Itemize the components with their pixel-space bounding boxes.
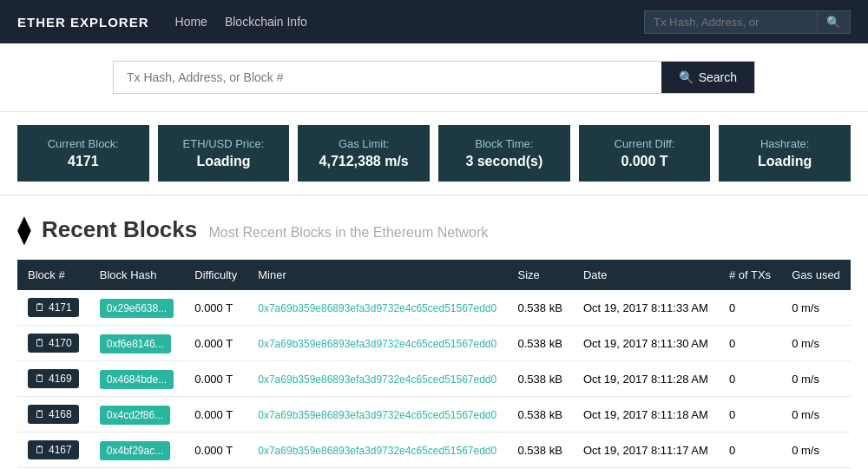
cell-date: Oct 19, 2017 8:11:33 AM [573,290,719,326]
stat-current-block-label: Current Block: [35,137,132,150]
cell-date: Oct 19, 2017 8:11:28 AM [573,361,719,397]
block-icon: 🗒 [35,408,45,420]
nav-search-button[interactable]: 🔍 [818,10,851,34]
cell-miner[interactable]: 0x7a69b359e86893efa3d9732e4c65ced51567ed… [247,361,507,397]
miner-link[interactable]: 0x7a69b359e86893efa3d9732e4c65ced51567ed… [258,338,496,350]
stat-hashrate: Hashrate: Loading [719,125,851,182]
section-title: Recent Blocks Most Recent Blocks in the … [42,216,488,243]
col-date: Date [573,260,719,290]
hero-search-input[interactable] [114,62,661,93]
stat-eth-price-value: Loading [175,154,273,169]
cell-difficulty: 0.000 T [184,361,247,397]
section-title-text: Recent Blocks [42,216,197,242]
cell-block-hash[interactable]: 0x4bf29ac... [89,433,185,468]
cell-block-num: 🗒 4169 [17,361,89,397]
cell-block-hash[interactable]: 0x4cd2f86... [89,397,185,433]
stats-section: Current Block: 4171 ETH/USD Price: Loadi… [0,112,868,195]
search-button-label: Search [699,70,737,84]
col-difficulty: Difficulty [184,260,247,290]
cell-miner[interactable]: 0x7a69b359e86893efa3d9732e4c65ced51567ed… [247,433,507,468]
stat-hashrate-value: Loading [736,154,833,169]
table-row: 🗒 4171 0x29e6638... 0.000 T 0x7a69b359e8… [17,290,851,326]
stat-current-block: Current Block: 4171 [17,125,149,182]
stat-eth-price: ETH/USD Price: Loading [158,125,290,182]
cell-difficulty: 0.000 T [184,326,247,361]
table-row: 🗒 4169 0x4684bde... 0.000 T 0x7a69b359e8… [17,361,851,397]
col-miner: Miner [247,260,507,290]
brand: ETHER EXPLORER [17,15,149,30]
cell-miner[interactable]: 0x7a69b359e86893efa3d9732e4c65ced51567ed… [247,290,507,326]
miner-link[interactable]: 0x7a69b359e86893efa3d9732e4c65ced51567ed… [258,302,496,314]
stat-hashrate-label: Hashrate: [736,137,833,150]
cell-size: 0.538 kB [508,433,573,468]
block-icon: 🗒 [35,337,45,349]
miner-link[interactable]: 0x7a69b359e86893efa3d9732e4c65ced51567ed… [258,373,496,386]
block-hash-badge[interactable]: 0xf6e8146... [100,334,171,353]
col-gas-used: Gas used [781,260,851,290]
cell-miner[interactable]: 0x7a69b359e86893efa3d9732e4c65ced51567ed… [247,397,507,433]
nav-home[interactable]: Home [175,15,207,29]
block-hash-badge[interactable]: 0x4bf29ac... [100,441,170,460]
block-num-badge[interactable]: 🗒 4168 [28,405,79,424]
blocks-table: Block # Block Hash Difficulty Miner Size… [17,260,851,468]
nav-links: Home Blockchain Info [175,15,644,29]
cell-difficulty: 0.000 T [184,433,247,468]
block-icon: 🗒 [35,444,45,456]
section-subtitle: Most Recent Blocks in the Ethereum Netwo… [208,225,488,240]
col-block-hash: Block Hash [89,260,185,290]
table-row: 🗒 4168 0x4cd2f86... 0.000 T 0x7a69b359e8… [17,397,851,433]
cell-block-hash[interactable]: 0xf6e8146... [89,326,185,361]
col-block-num: Block # [17,260,89,290]
section-header: ⧫ Recent Blocks Most Recent Blocks in th… [17,213,851,246]
cell-num-txs: 0 [719,433,781,468]
cell-size: 0.538 kB [508,361,573,397]
cell-num-txs: 0 [719,290,781,326]
cell-date: Oct 19, 2017 8:11:17 AM [573,433,719,468]
blocks-icon: ⧫ [17,213,31,246]
cell-difficulty: 0.000 T [184,290,247,326]
nav-search-input[interactable] [644,10,818,34]
block-hash-badge[interactable]: 0x4cd2f86... [100,406,170,425]
miner-link[interactable]: 0x7a69b359e86893efa3d9732e4c65ced51567ed… [258,409,496,421]
hero-search-button[interactable]: 🔍 Search [661,62,754,93]
cell-block-num: 🗒 4171 [17,290,89,326]
nav-search-area: 🔍 [644,10,851,34]
cell-size: 0.538 kB [508,397,573,433]
table-row: 🗒 4167 0x4bf29ac... 0.000 T 0x7a69b359e8… [17,433,851,468]
cell-num-txs: 0 [719,326,781,361]
search-icon: 🔍 [679,70,694,84]
table-header: Block # Block Hash Difficulty Miner Size… [17,260,851,290]
stat-block-time-label: Block Time: [456,137,553,150]
miner-link[interactable]: 0x7a69b359e86893efa3d9732e4c65ced51567ed… [258,445,496,457]
cell-date: Oct 19, 2017 8:11:30 AM [573,326,719,361]
cell-gas-used: 0 m/s [781,397,851,433]
nav-blockchain-info[interactable]: Blockchain Info [225,15,307,29]
cell-size: 0.538 kB [508,290,573,326]
block-num-badge[interactable]: 🗒 4169 [28,369,79,388]
block-hash-badge[interactable]: 0x29e6638... [100,299,174,318]
stat-block-time-value: 3 second(s) [456,154,553,169]
block-hash-badge[interactable]: 0x4684bde... [100,370,174,389]
cell-block-hash[interactable]: 0x4684bde... [89,361,185,397]
stat-gas-limit-value: 4,712,388 m/s [315,154,412,169]
cell-block-hash[interactable]: 0x29e6638... [89,290,185,326]
cell-block-num: 🗒 4170 [17,326,89,361]
main-content: ⧫ Recent Blocks Most Recent Blocks in th… [0,195,868,469]
block-icon: 🗒 [35,301,45,314]
cell-block-num: 🗒 4167 [17,433,89,468]
cell-gas-used: 0 m/s [781,433,851,468]
stat-current-diff-value: 0.000 T [596,154,694,169]
block-num-badge[interactable]: 🗒 4170 [28,334,79,353]
col-num-txs: # of TXs [719,260,781,290]
cell-miner[interactable]: 0x7a69b359e86893efa3d9732e4c65ced51567ed… [247,326,507,361]
table-body: 🗒 4171 0x29e6638... 0.000 T 0x7a69b359e8… [17,290,851,468]
hero-search-bar: 🔍 Search [113,61,755,94]
cell-size: 0.538 kB [508,326,573,361]
col-size: Size [508,260,573,290]
hero-search-section: 🔍 Search [0,43,868,112]
block-num-badge[interactable]: 🗒 4167 [28,440,79,459]
block-icon: 🗒 [35,373,45,385]
cell-gas-used: 0 m/s [781,361,851,397]
block-num-badge[interactable]: 🗒 4171 [28,298,79,317]
stat-current-diff-label: Current Diff: [596,137,694,150]
